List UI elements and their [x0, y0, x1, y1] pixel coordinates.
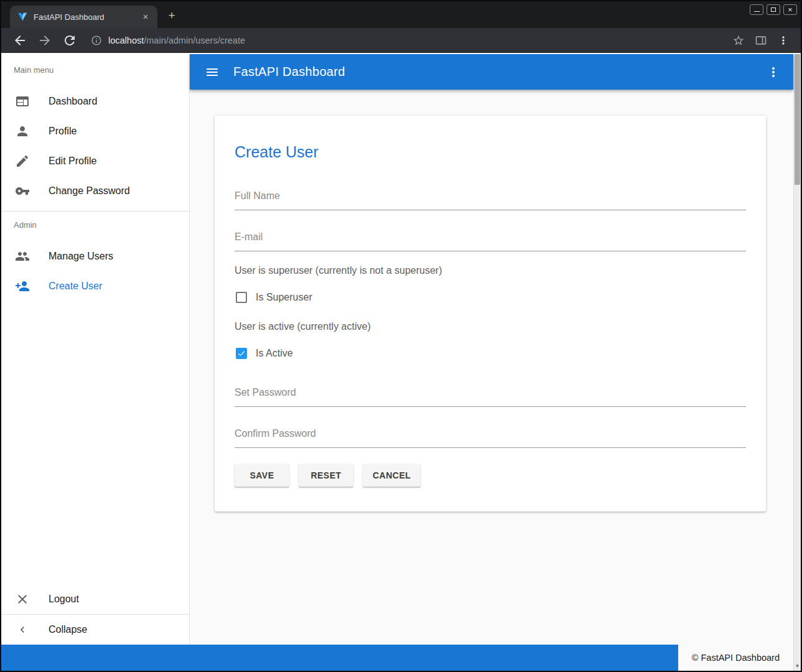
cancel-button[interactable]: CANCEL [363, 464, 421, 487]
browser-window: FastAPI Dashboard × + ✕ localhost/main/a… [0, 0, 802, 672]
sidebar-item-dashboard[interactable]: Dashboard [1, 86, 189, 116]
confirm-password-field [235, 428, 746, 448]
sidebar-section-admin: Admin [14, 220, 189, 233]
sidebar-item-collapse[interactable]: Collapse [1, 615, 189, 645]
active-hint: User is active (currently active) [235, 321, 746, 335]
sidebar-item-label: Profile [49, 126, 77, 137]
email-field [235, 231, 746, 251]
sidebar-item-label: Edit Profile [49, 156, 96, 167]
is-active-checkbox[interactable] [236, 348, 247, 359]
sidebar-item-label: Change Password [49, 185, 130, 197]
minimize-button[interactable] [750, 4, 763, 15]
sidebar-item-label: Create User [49, 281, 102, 292]
reset-button[interactable]: RESET [299, 464, 353, 487]
person-add-icon [15, 279, 30, 294]
sidebar-item-logout[interactable]: Logout [1, 584, 189, 614]
is-active-row: Is Active [235, 346, 746, 361]
sidebar: Main menu Dashboard Profile Edit Profile… [1, 54, 190, 645]
tab-title: FastAPI Dashboard [34, 12, 140, 22]
is-superuser-row: Is Superuser [235, 290, 746, 305]
refresh-icon[interactable] [62, 33, 77, 48]
create-user-card: Create User User is superuser (currently… [215, 116, 766, 511]
footer-copyright: © FastAPI Dashboard [678, 645, 793, 671]
bookmark-star-icon[interactable] [732, 34, 745, 47]
minimize-icon [754, 11, 760, 12]
sidebar-spacer [1, 301, 189, 584]
back-icon[interactable] [12, 33, 27, 48]
page-title: Create User [235, 116, 746, 162]
url-text: localhost/main/admin/users/create [108, 35, 245, 45]
page-scrollbar[interactable]: ▼ [793, 54, 801, 671]
confirm-password-input[interactable] [235, 428, 746, 447]
dashboard-icon [15, 94, 30, 109]
edit-pencil-icon [15, 154, 30, 169]
form-buttons: SAVE RESET CANCEL [235, 464, 746, 511]
footer: © FastAPI Dashboard [1, 645, 793, 671]
close-x-icon [15, 592, 30, 607]
sidebar-section-main-menu: Main menu [14, 65, 189, 78]
sidebar-item-label: Manage Users [49, 251, 113, 262]
sidebar-item-edit-profile[interactable]: Edit Profile [1, 146, 189, 176]
forward-icon[interactable] [37, 33, 52, 48]
scrollbar-down-arrow[interactable]: ▼ [794, 663, 801, 670]
check-icon [237, 348, 246, 358]
url-host: localhost [108, 35, 144, 45]
scrollbar-thumb[interactable] [795, 54, 800, 185]
sidebar-item-manage-users[interactable]: Manage Users [1, 241, 189, 271]
main-content: Create User User is superuser (currently… [190, 90, 793, 645]
full-name-input[interactable] [235, 190, 746, 210]
set-password-field [235, 387, 746, 407]
appbar-title: FastAPI Dashboard [233, 65, 345, 79]
email-input[interactable] [235, 231, 746, 251]
footer-bar [1, 645, 678, 671]
appbar-menu-icon[interactable] [766, 65, 781, 80]
superuser-hint: User is superuser (currently is not a su… [235, 265, 746, 279]
sidebar-main-group: Dashboard Profile Edit Profile Change Pa… [1, 86, 189, 206]
sidebar-item-profile[interactable]: Profile [1, 116, 189, 146]
maximize-icon [771, 7, 776, 12]
window-controls: ✕ [750, 4, 797, 15]
full-name-field [235, 190, 746, 210]
page: Main menu Dashboard Profile Edit Profile… [1, 54, 801, 671]
set-password-input[interactable] [235, 387, 746, 406]
tab-close-icon[interactable]: × [140, 11, 151, 22]
sidebar-item-create-user[interactable]: Create User [1, 271, 189, 301]
browser-menu-icon[interactable] [777, 34, 790, 47]
address-bar[interactable]: localhost/main/admin/users/create [87, 31, 722, 50]
is-active-label[interactable]: Is Active [256, 348, 293, 359]
close-window-button[interactable]: ✕ [783, 4, 797, 15]
new-tab-button[interactable]: + [164, 9, 179, 24]
chevron-left-icon [16, 623, 29, 636]
sidebar-item-change-password[interactable]: Change Password [1, 176, 189, 206]
sidebar-divider [1, 211, 189, 212]
is-superuser-checkbox[interactable] [236, 292, 247, 303]
save-button[interactable]: SAVE [235, 464, 289, 487]
sidebar-admin-group: Manage Users Create User [1, 241, 189, 301]
vuetify-favicon-icon [17, 12, 27, 21]
site-info-icon[interactable] [91, 35, 102, 46]
key-icon [15, 184, 30, 198]
sidebar-item-label: Dashboard [49, 96, 97, 107]
is-superuser-label[interactable]: Is Superuser [256, 292, 312, 303]
app-bar: FastAPI Dashboard [190, 54, 793, 90]
sidebar-item-label: Collapse [49, 624, 87, 635]
hamburger-menu-icon[interactable] [205, 65, 220, 80]
person-icon [15, 124, 30, 139]
people-icon [15, 249, 30, 264]
side-panel-icon[interactable] [755, 34, 767, 47]
maximize-button[interactable] [767, 4, 780, 15]
browser-tab[interactable]: FastAPI Dashboard × [10, 6, 157, 28]
browser-titlebar: FastAPI Dashboard × + ✕ [1, 1, 801, 28]
browser-toolbar: localhost/main/admin/users/create [1, 28, 801, 53]
url-path: /main/admin/users/create [144, 35, 245, 45]
sidebar-item-label: Logout [49, 594, 79, 605]
